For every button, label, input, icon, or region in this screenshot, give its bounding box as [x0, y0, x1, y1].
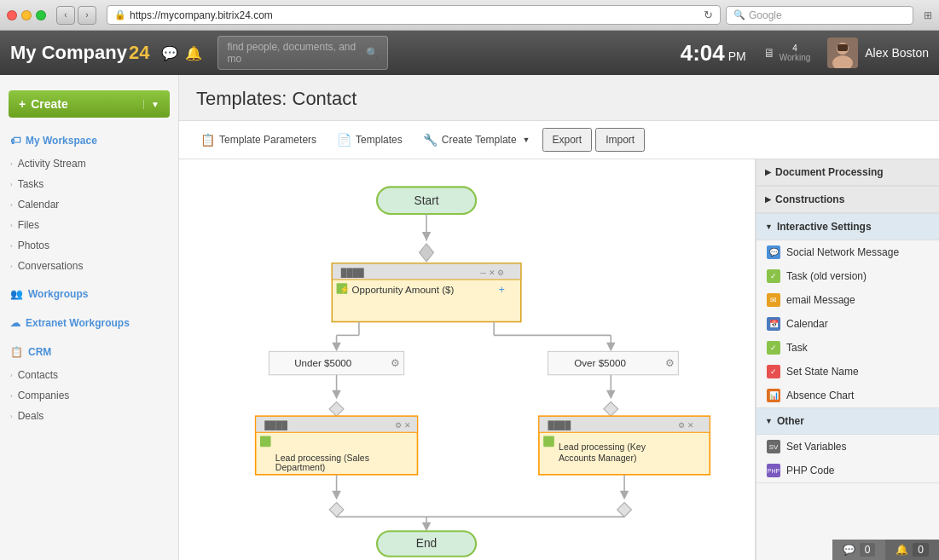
conversations-label: Conversations: [18, 260, 84, 272]
content-area: Templates: Contact 📋 Template Parameters…: [179, 75, 939, 560]
svg-marker-8: [420, 244, 434, 262]
sidebar-item-calendar[interactable]: › Calendar: [0, 194, 178, 215]
collapse-arrow-icon: ▶: [765, 168, 771, 176]
maximize-button[interactable]: [36, 10, 46, 20]
companies-label: Companies: [18, 390, 70, 401]
panel-section-constructions: ▶ Constructions: [756, 187, 939, 214]
contacts-label: Contacts: [18, 369, 58, 381]
absence-chart-icon: 📊: [767, 389, 780, 402]
crm-label: CRM: [28, 346, 51, 358]
sidebar-item-companies[interactable]: › Companies: [0, 385, 178, 406]
username: Alex Boston: [865, 46, 929, 60]
sidebar-item-extranet-workgroups[interactable]: ☁ Extranet Workgroups: [0, 310, 178, 336]
right-panel: ▶ Document Processing ▶ Constructions ▼: [756, 159, 939, 560]
php-code-label: PHP Code: [786, 465, 834, 476]
header-icons: 💬 🔔: [161, 45, 202, 61]
panel-item-task[interactable]: ✓ Task: [756, 336, 939, 360]
refresh-icon[interactable]: ↻: [704, 9, 713, 21]
create-plus-icon: +: [19, 97, 26, 111]
collapse-arrow-icon: ▶: [765, 195, 771, 204]
sidebar-section-workgroups: 👥 Workgroups: [0, 281, 178, 307]
messages-icon[interactable]: 💬: [161, 45, 178, 61]
sidebar-item-files[interactable]: › Files: [0, 215, 178, 235]
fullscreen-icon[interactable]: ⊞: [924, 9, 932, 21]
header-user[interactable]: Alex Boston: [827, 38, 929, 68]
panel-item-calendar[interactable]: 📅 Calendar: [756, 312, 939, 336]
extranet-label: Extranet Workgroups: [26, 317, 130, 329]
workgroups-label: Workgroups: [28, 288, 88, 300]
chevron-icon: ›: [10, 160, 13, 168]
other-label: Other: [777, 415, 804, 427]
page-title: Templates: Contact: [196, 88, 922, 110]
chevron-icon: ›: [10, 222, 13, 229]
sidebar-item-tasks[interactable]: › Tasks: [0, 174, 178, 194]
panel-item-php-code[interactable]: PHP PHP Code: [756, 459, 939, 482]
create-button[interactable]: + Create ▼: [9, 90, 170, 118]
notifications-icon[interactable]: 🔔: [185, 45, 202, 61]
svg-marker-32: [332, 390, 341, 400]
sidebar-item-conversations[interactable]: › Conversations: [0, 256, 178, 276]
sidebar-item-photos[interactable]: › Photos: [0, 235, 178, 256]
absence-chart-label: Absence Chart: [786, 390, 854, 401]
document-processing-header[interactable]: ▶ Document Processing: [756, 159, 939, 186]
svg-text:Accounts Manager): Accounts Manager): [559, 453, 636, 463]
calendar-label: Calendar: [786, 318, 828, 330]
back-button[interactable]: ‹: [56, 6, 75, 25]
import-button[interactable]: Import: [595, 128, 645, 152]
monitor-icon: 🖥: [763, 46, 775, 60]
workflow-canvas[interactable]: Start ████ ─ ✕ ⚙ ⚡ Opportunity Amount: [179, 159, 756, 560]
sidebar-item-contacts[interactable]: › Contacts: [0, 365, 178, 385]
panel-item-social-network-message[interactable]: 💬 Social Network Message: [756, 240, 939, 264]
crm-icon: 📋: [10, 346, 23, 358]
browser-nav: ‹ ›: [56, 6, 96, 25]
header-search-placeholder: find people, documents, and mo: [227, 41, 361, 65]
svg-text:████: ████: [264, 420, 287, 430]
url-text: https://mycompany.bitrix24.com: [130, 9, 273, 21]
search-bar[interactable]: 🔍 Google: [726, 6, 913, 25]
logo-number: 24: [129, 42, 149, 64]
panel-section-document-processing: ▶ Document Processing: [756, 159, 939, 187]
calendar-label: Calendar: [18, 199, 60, 211]
template-parameters-button[interactable]: 📋 Template Parameters: [192, 129, 325, 151]
panel-item-set-variables[interactable]: SV Set Variables: [756, 435, 939, 459]
app-logo: My Company 24: [10, 42, 149, 64]
sidebar-item-crm[interactable]: 📋 CRM: [0, 339, 178, 365]
panel-item-absence-chart[interactable]: 📊 Absence Chart: [756, 384, 939, 407]
workflow-area: Start ████ ─ ✕ ⚙ ⚡ Opportunity Amount: [179, 159, 939, 560]
svg-text:+: +: [498, 284, 504, 296]
svg-text:Start: Start: [414, 194, 439, 207]
panel-item-set-state-name[interactable]: ✓ Set State Name: [756, 360, 939, 384]
sidebar-item-my-workspace[interactable]: 🏷 My Workspace: [0, 128, 178, 153]
interactive-settings-header[interactable]: ▼ Interactive Settings: [756, 214, 939, 240]
header-status[interactable]: 🖥 4 Working: [763, 43, 811, 62]
constructions-header[interactable]: ▶ Constructions: [756, 187, 939, 213]
minimize-button[interactable]: [21, 10, 32, 20]
svg-text:⚡: ⚡: [339, 285, 350, 295]
panel-item-email-message[interactable]: ✉ email Message: [756, 288, 939, 312]
lock-icon: 🔒: [114, 9, 126, 20]
browser-titlebar: ‹ › 🔒 https://mycompany.bitrix24.com ↻ 🔍…: [0, 0, 939, 30]
time-value: 4:04: [681, 40, 725, 66]
dropdown-arrow-icon: ▼: [523, 136, 530, 144]
templates-button[interactable]: 📄 Templates: [328, 129, 411, 151]
export-button[interactable]: Export: [542, 128, 593, 152]
other-header[interactable]: ▼ Other: [756, 408, 939, 435]
sidebar-item-deals[interactable]: › Deals: [0, 406, 178, 426]
header-search[interactable]: find people, documents, and mo 🔍: [217, 36, 388, 70]
notifications-button[interactable]: 🔔 0: [885, 540, 939, 560]
workflow-svg: Start ████ ─ ✕ ⚙ ⚡ Opportunity Amount: [179, 159, 755, 560]
task-label: Task: [786, 342, 808, 354]
svg-text:⚙ ✕: ⚙ ✕: [678, 420, 694, 430]
chat-button[interactable]: 💬 0: [832, 540, 886, 560]
workspace-icon: 🏷: [10, 135, 20, 147]
url-bar[interactable]: 🔒 https://mycompany.bitrix24.com ↻: [107, 5, 721, 25]
create-template-button[interactable]: 🔧 Create Template ▼: [414, 129, 539, 151]
svg-text:████: ████: [341, 268, 364, 278]
import-label: Import: [606, 134, 635, 146]
forward-button[interactable]: ›: [78, 6, 96, 25]
sidebar-item-workgroups[interactable]: 👥 Workgroups: [0, 281, 178, 307]
close-button[interactable]: [7, 10, 17, 20]
app-header: My Company 24 💬 🔔 find people, documents…: [0, 31, 939, 75]
panel-item-task-old-version[interactable]: ✓ Task (old version): [756, 264, 939, 288]
sidebar-item-activity-stream[interactable]: › Activity Stream: [0, 153, 178, 174]
